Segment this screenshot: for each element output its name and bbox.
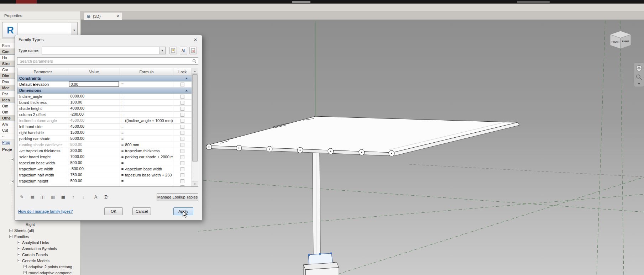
parameter-lock-cell[interactable] xyxy=(173,81,192,87)
parameter-name-cell[interactable]: right handside xyxy=(17,130,68,136)
family-type-row[interactable]: trapezium half width 750.00 =tapezium ba… xyxy=(17,172,192,178)
delete-parameter-icon[interactable]: ▥ xyxy=(49,193,57,201)
column-header-value[interactable]: Value xyxy=(68,68,120,75)
parameter-name-cell[interactable]: inclined column angle xyxy=(17,118,68,123)
family-type-row[interactable]: Default Elevation 0.00 = xyxy=(17,81,192,88)
parameter-group-header[interactable]: Dimensions xyxy=(17,88,192,93)
parameter-name-cell[interactable]: solar board lenght xyxy=(17,154,68,160)
sort-ascending-icon[interactable]: A↓ xyxy=(93,193,100,201)
parameter-group-header[interactable]: Constraints xyxy=(17,75,192,81)
edit-parameter-icon[interactable]: ✎ xyxy=(18,193,26,201)
lock-checkbox[interactable] xyxy=(180,143,184,147)
apply-button[interactable]: Apply xyxy=(173,207,193,215)
parameter-name-cell[interactable]: trapezium half width xyxy=(17,172,68,178)
parameter-formula-cell[interactable]: =-tapezium base width xyxy=(120,166,173,172)
lock-checkbox[interactable] xyxy=(180,83,184,86)
lock-checkbox[interactable] xyxy=(180,167,184,171)
family-type-row[interactable]: inclined column angle 4500.00 =((Incline… xyxy=(17,118,192,124)
dialog-close-icon[interactable]: ✕ xyxy=(191,37,200,43)
parameter-name-cell[interactable] xyxy=(17,184,68,186)
column-header-formula[interactable]: Formula xyxy=(120,68,173,75)
pedestal[interactable] xyxy=(303,263,339,275)
parameter-value-cell[interactable]: 5000.00 xyxy=(68,136,120,142)
parameter-name-cell[interactable]: parking car shade xyxy=(17,136,68,142)
parameter-value-cell[interactable]: 4500.00 xyxy=(68,124,120,129)
parameter-lock-cell[interactable] xyxy=(173,160,192,166)
tree-expander-icon[interactable]: + xyxy=(17,253,20,256)
project-browser-item[interactable]: + Sheets (all) xyxy=(0,227,80,233)
parameter-lock-cell[interactable] xyxy=(173,94,192,99)
parameter-lock-cell[interactable] xyxy=(173,172,192,178)
viewcube[interactable]: FRONT RIGHT xyxy=(610,31,631,49)
parameter-lock-cell[interactable] xyxy=(173,130,192,136)
parameter-name-cell[interactable]: board thickness xyxy=(17,100,68,105)
parameter-formula-cell[interactable]: =((Incline_angle + 1000 mm) xyxy=(120,118,173,123)
rename-type-button[interactable]: A xyxy=(180,47,187,54)
project-browser-item[interactable]: + adaptive 2 points rectang xyxy=(0,264,80,270)
parameter-name-cell[interactable]: Default Elevation xyxy=(17,81,68,87)
parameter-value-cell[interactable] xyxy=(68,184,120,186)
column-header-parameter[interactable]: Parameter xyxy=(17,68,68,75)
parameter-value-cell[interactable]: 4000.00 xyxy=(68,106,120,111)
parameter-value-cell[interactable]: 1500.00 xyxy=(68,130,120,136)
parameter-formula-cell[interactable]: =parking car shade + 2000 m xyxy=(120,154,173,160)
parameter-formula-cell[interactable]: = xyxy=(120,130,173,136)
parameter-formula-cell[interactable]: =tapezium base width + 250 xyxy=(120,172,173,178)
manage-lookup-tables-button[interactable]: Manage Lookup Tables xyxy=(157,193,198,201)
parameter-formula-cell[interactable]: = xyxy=(120,94,173,99)
duplicate-parameter-icon[interactable]: ◫ xyxy=(38,193,46,201)
family-type-row[interactable]: left hand side 4500.00 = xyxy=(17,124,192,130)
lock-checkbox[interactable] xyxy=(180,95,184,99)
family-type-row[interactable]: column 2 offset -200.00 = xyxy=(17,112,192,118)
shade-structure[interactable] xyxy=(206,116,519,275)
lock-checkbox[interactable] xyxy=(180,125,184,129)
parameter-lock-cell[interactable] xyxy=(173,118,192,123)
parameter-formula-cell[interactable]: = xyxy=(120,100,173,105)
family-type-row[interactable]: trapezium height 500.00 = xyxy=(17,178,192,184)
parameter-lock-cell[interactable] xyxy=(173,124,192,129)
tree-expander-icon[interactable]: + xyxy=(23,265,27,268)
project-browser-item[interactable]: + Analytical Links xyxy=(0,239,80,245)
cancel-button[interactable]: Cancel xyxy=(132,207,151,215)
family-type-row[interactable]: right handside 1500.00 = xyxy=(17,130,192,136)
parameter-value-cell[interactable]: -200.00 xyxy=(68,112,120,117)
family-type-row[interactable]: shade height 4000.00 = xyxy=(17,106,192,112)
move-parameter-down-icon[interactable]: ↓ xyxy=(79,193,87,201)
lock-checkbox[interactable] xyxy=(180,113,184,117)
project-browser-item[interactable]: − Families xyxy=(0,233,80,239)
parameter-value-cell[interactable]: -500.00 xyxy=(68,166,120,172)
lock-checkbox[interactable] xyxy=(180,155,184,159)
family-type-row[interactable]: -ve trapezium thickness 300.00 =trapeziu… xyxy=(17,148,192,154)
tree-expander-icon[interactable]: + xyxy=(23,271,27,274)
family-type-row[interactable]: parking car shade 5000.00 = xyxy=(17,136,192,142)
family-type-row[interactable]: running shade cantilever 800.00 =800 mm xyxy=(17,142,192,148)
sort-descending-icon[interactable]: Z↑ xyxy=(103,193,110,201)
parameter-formula-cell[interactable]: = xyxy=(120,160,173,166)
search-parameters-input[interactable] xyxy=(17,59,191,63)
parameter-value-cell[interactable]: 4500.00 xyxy=(68,118,120,123)
tree-expander-icon[interactable]: − xyxy=(9,235,12,238)
tree-expander-icon[interactable]: + xyxy=(9,229,12,232)
parameter-name-cell[interactable]: column 2 offset xyxy=(17,112,68,117)
family-type-row[interactable]: board thickness 100.00 = xyxy=(17,100,192,106)
combobox-arrow-icon[interactable]: ▼ xyxy=(159,47,165,54)
parameter-lock-cell[interactable] xyxy=(173,106,192,111)
parameter-value-cell[interactable]: 750.00 xyxy=(68,172,120,178)
parameter-value-cell[interactable]: 800.00 xyxy=(68,142,120,148)
project-browser-item[interactable]: + Annotation Symbols xyxy=(0,245,80,252)
ok-button[interactable]: OK xyxy=(104,207,123,215)
lock-checkbox[interactable] xyxy=(180,137,184,141)
parameter-lock-cell[interactable] xyxy=(173,154,192,160)
parameter-name-cell[interactable]: tapezium base width xyxy=(17,160,68,166)
copy-parameter-icon[interactable]: ▦ xyxy=(59,193,67,201)
view-tab-3d[interactable]: {3D} ✕ xyxy=(84,12,122,20)
lock-checkbox[interactable] xyxy=(180,185,184,187)
parameter-name-cell[interactable]: trapezium height xyxy=(17,178,68,184)
project-browser-item[interactable]: Right xyxy=(0,221,80,227)
group-collapse-icon[interactable] xyxy=(185,78,188,79)
parameter-name-cell[interactable]: left hand side xyxy=(17,124,68,129)
delete-type-button[interactable] xyxy=(189,47,197,54)
parameter-formula-cell[interactable]: = xyxy=(120,184,173,186)
family-types-help-link[interactable]: How do I manage family types? xyxy=(18,209,73,213)
parameter-formula-cell[interactable]: = xyxy=(120,178,173,184)
